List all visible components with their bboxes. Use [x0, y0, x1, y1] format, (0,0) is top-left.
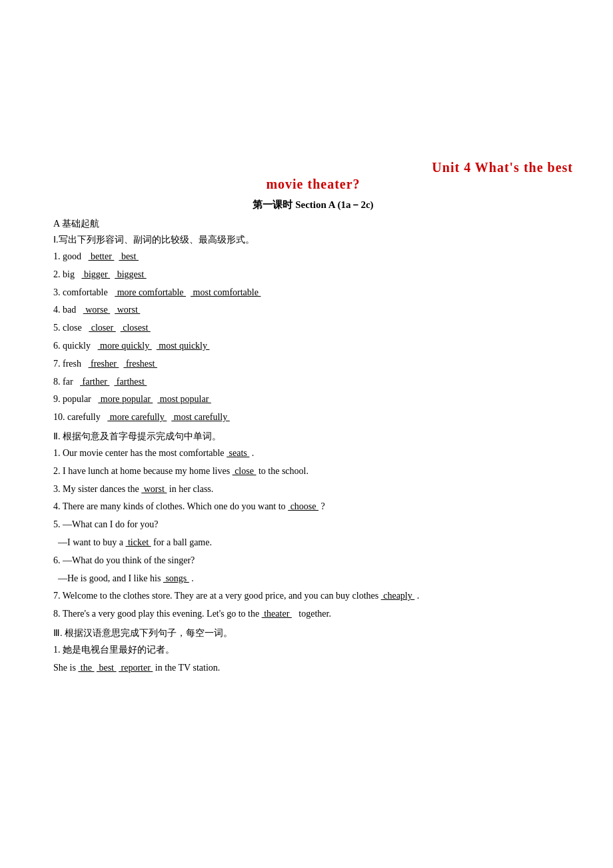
list-item: She is the best reporter in the TV stati… [53, 660, 573, 676]
answer: cheaply [381, 591, 415, 601]
answer: farthest [114, 377, 147, 387]
list-item: 4. There are many kinds of clothes. Whic… [53, 499, 573, 515]
unit-title-line1: Unit 4 What's the best [53, 160, 573, 175]
exercise-I-label: Ⅰ.写出下列形容词、副词的比较级、最高级形式。 [53, 234, 573, 246]
list-item: 2. I have lunch at home because my home … [53, 463, 573, 479]
section-a-label: A 基础起航 [53, 218, 573, 230]
list-item: 3. comfortable more comfortable most com… [53, 285, 573, 301]
answer: seats [227, 448, 249, 458]
list-item: 3. My sister dances the worst in her cla… [53, 481, 573, 497]
chinese-sentence: 她是电视台里最好的记者。 [63, 645, 175, 655]
exercise-I-block: 1. good better best 2. big bigger bigges… [53, 249, 573, 425]
answer: more popular [98, 394, 153, 404]
answer: more quickly [98, 341, 152, 351]
answer: worst [115, 305, 140, 315]
answer: biggest [115, 269, 146, 279]
answer: most popular [157, 394, 211, 404]
list-item: 5. —What can I do for you? [53, 517, 573, 533]
list-item: 9. popular more popular most popular [53, 391, 573, 407]
answer: worst [141, 484, 167, 494]
answer: theater [262, 609, 292, 619]
answer: most comfortable [191, 287, 261, 297]
list-item: 7. fresh fresher freshest [53, 356, 573, 372]
answer: freshest [123, 359, 157, 369]
list-item: 5. close closer closest [53, 320, 573, 336]
unit-title-line2: movie theater? [53, 177, 573, 192]
answer: most quickly [157, 341, 210, 351]
answer: best [119, 251, 139, 261]
list-item: 7. Welcome to the clothes store. They ar… [53, 588, 573, 604]
exercise-II-block: 1. Our movie center has the most comfort… [53, 445, 573, 622]
list-item: —He is good, and I like his songs . [53, 571, 573, 587]
list-item: 1. 她是电视台里最好的记者。 [53, 642, 573, 658]
answer: best [97, 663, 117, 673]
section-header: 第一课时 Section A (1a－2c) [53, 199, 573, 211]
answer: most carefully [171, 412, 229, 422]
list-item: 4. bad worse worst [53, 302, 573, 318]
list-item: —I want to buy a ticket for a ball game. [53, 535, 573, 551]
answer: farther [80, 377, 109, 387]
answer: ticket [125, 537, 151, 547]
answer: choose [288, 501, 318, 511]
exercise-III-block: 1. 她是电视台里最好的记者。 She is the best reporter… [53, 642, 573, 676]
answer: closer [89, 323, 115, 333]
answer: more comfortable [115, 287, 186, 297]
list-item: 1. Our movie center has the most comfort… [53, 445, 573, 461]
list-item: 10. carefully more carefully most carefu… [53, 409, 573, 425]
answer: worse [83, 305, 110, 315]
answer: reporter [119, 663, 153, 673]
answer: closest [121, 323, 151, 333]
list-item: 6. quickly more quickly most quickly [53, 338, 573, 354]
exercise-II-label: Ⅱ. 根据句意及首字母提示完成句中单词。 [53, 431, 573, 443]
answer: bigger [81, 269, 110, 279]
exercise-III-label: Ⅲ. 根据汉语意思完成下列句子，每空一词。 [53, 627, 573, 639]
answer: close [233, 466, 257, 476]
list-item: 6. —What do you think of the singer? [53, 553, 573, 569]
answer: the [78, 663, 94, 673]
answer: more carefully [107, 412, 167, 422]
answer: songs [163, 573, 189, 583]
top-spacer [53, 13, 573, 160]
list-item: 8. There's a very good play this evening… [53, 606, 573, 622]
answer: better [89, 251, 115, 261]
list-item: 2. big bigger biggest [53, 267, 573, 283]
answer: fresher [89, 359, 119, 369]
list-item: 8. far farther farthest [53, 374, 573, 390]
list-item: 1. good better best [53, 249, 573, 265]
